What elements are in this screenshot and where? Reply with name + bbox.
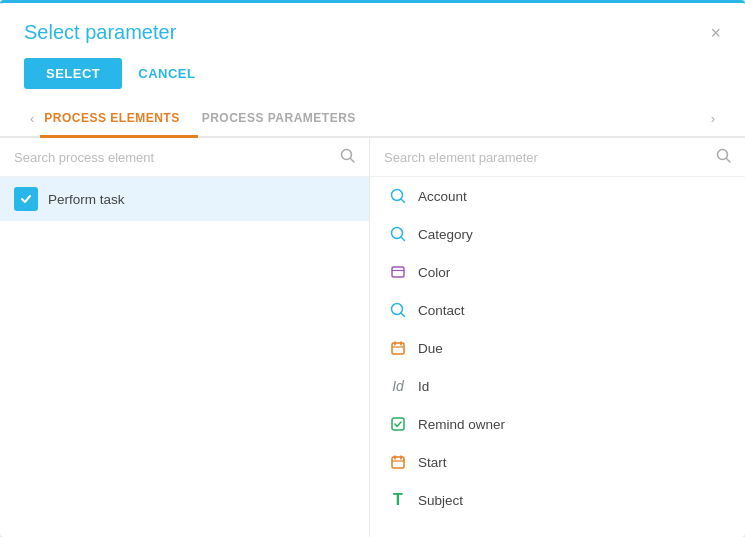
remind-icon — [388, 414, 408, 434]
svg-line-5 — [401, 199, 405, 203]
svg-line-1 — [351, 159, 355, 163]
search-icon — [388, 224, 408, 244]
param-item-remind-owner[interactable]: Remind owner — [370, 405, 745, 443]
left-search-bar — [0, 138, 369, 177]
perform-task-icon — [14, 187, 38, 211]
search-icon — [388, 300, 408, 320]
tab-process-parameters[interactable]: PROCESS PARAMETERS — [198, 101, 374, 138]
list-item-perform-task[interactable]: Perform task — [0, 177, 369, 221]
param-label: Remind owner — [418, 417, 505, 432]
subject-icon: T — [388, 490, 408, 510]
param-label: Start — [418, 455, 447, 470]
param-label: Color — [418, 265, 450, 280]
tab-left-arrow[interactable]: ‹ — [24, 111, 40, 126]
tab-process-elements[interactable]: PROCESS ELEMENTS — [40, 101, 197, 138]
start-icon — [388, 452, 408, 472]
tab-right-arrow[interactable]: › — [705, 111, 721, 126]
color-icon — [388, 262, 408, 282]
param-item-contact[interactable]: Contact — [370, 291, 745, 329]
param-item-account[interactable]: Account — [370, 177, 745, 215]
left-panel: Perform task — [0, 138, 370, 537]
tabs-row: ‹ PROCESS ELEMENTS PROCESS PARAMETERS › — [0, 101, 745, 138]
content-area: Perform task AccountCategoryColorContact… — [0, 138, 745, 537]
modal-title: Select parameter — [24, 21, 176, 44]
search-process-input[interactable] — [14, 150, 336, 165]
svg-line-3 — [727, 159, 731, 163]
select-button[interactable]: SELECT — [24, 58, 122, 89]
svg-rect-17 — [392, 457, 404, 468]
svg-line-11 — [401, 313, 405, 317]
param-item-subject[interactable]: TSubject — [370, 481, 745, 519]
search-right-icon — [716, 148, 731, 166]
param-item-color[interactable]: Color — [370, 253, 745, 291]
param-item-category[interactable]: Category — [370, 215, 745, 253]
close-icon[interactable]: × — [710, 24, 721, 42]
perform-task-label: Perform task — [48, 192, 125, 207]
param-item-start[interactable]: Start — [370, 443, 745, 481]
param-label: Id — [418, 379, 429, 394]
modal-header: Select parameter × — [0, 3, 745, 52]
param-item-id[interactable]: IdId — [370, 367, 745, 405]
svg-rect-16 — [392, 418, 404, 430]
param-label: Contact — [418, 303, 465, 318]
right-search-bar — [370, 138, 745, 177]
param-label: Due — [418, 341, 443, 356]
right-panel: AccountCategoryColorContactDueIdIdRemind… — [370, 138, 745, 537]
select-parameter-modal: Select parameter × SELECT CANCEL ‹ PROCE… — [0, 0, 745, 537]
param-label: Subject — [418, 493, 463, 508]
cancel-button[interactable]: CANCEL — [138, 66, 195, 81]
svg-line-7 — [401, 237, 405, 241]
param-label: Account — [418, 189, 467, 204]
param-label: Category — [418, 227, 473, 242]
params-list: AccountCategoryColorContactDueIdIdRemind… — [370, 177, 745, 519]
due-icon — [388, 338, 408, 358]
search-param-input[interactable] — [384, 150, 712, 165]
svg-rect-8 — [392, 267, 404, 277]
modal-actions: SELECT CANCEL — [0, 52, 745, 101]
param-item-due[interactable]: Due — [370, 329, 745, 367]
id-icon: Id — [388, 376, 408, 396]
search-left-icon — [340, 148, 355, 166]
search-icon — [388, 186, 408, 206]
svg-rect-12 — [392, 343, 404, 354]
